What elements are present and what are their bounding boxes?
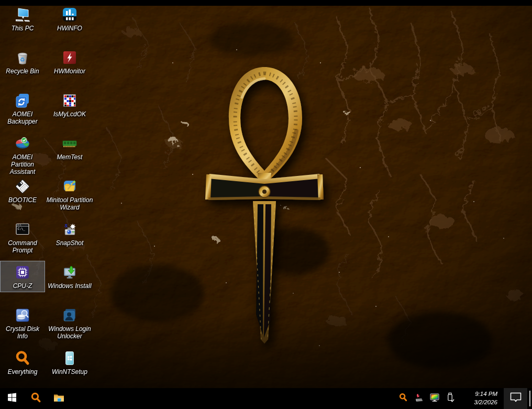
desktop-icon-windows-login-unlocker[interactable]: Windows Login Unlocker xyxy=(45,304,94,347)
system-tray xyxy=(397,388,462,409)
start-button[interactable] xyxy=(0,388,24,409)
taskbar: 9:14 PM 3/2/2026 xyxy=(0,388,532,409)
clock-date: 3/2/2026 xyxy=(474,399,497,407)
svg-text:C:\: C:\ xyxy=(18,224,22,226)
desktop-icon-label: AOMEI Partition Assistant xyxy=(1,154,45,175)
lightning-bolt-icon xyxy=(61,49,79,67)
desktop-icon-memtest[interactable]: MemTest xyxy=(45,132,94,175)
desktop-icon-label: SnapShot xyxy=(56,240,84,247)
desktop-icon-minitool-partition-wizard[interactable]: Minitool Partition Wizard xyxy=(45,175,94,218)
desktop-icon-label: MemTest xyxy=(57,154,83,161)
desktop: This PC ♻ Recycle Bin AOMEI Bac xyxy=(0,0,532,409)
desktop-icon-label: BOOTICE xyxy=(8,197,37,204)
desktop-icon-cpu-z[interactable]: CPU-Z xyxy=(0,261,45,304)
notification-bubble-icon xyxy=(509,392,522,405)
desktop-icon-hwinfo[interactable]: HWiNFO xyxy=(45,3,94,46)
desktop-icon-label: AOMEI Backupper xyxy=(1,111,45,126)
desktop-icon-ismylcdok[interactable]: IsMyLcdOK xyxy=(45,89,94,132)
monitor-download-icon xyxy=(61,263,79,281)
ram-stick-icon xyxy=(61,135,79,152)
disk-pie-icon xyxy=(14,135,31,152)
desktop-icon-label: Minitool Partition Wizard xyxy=(46,197,94,212)
folder-wand-icon xyxy=(61,178,79,195)
desktop-icon-label: HWMonitor xyxy=(54,68,85,75)
disk-magnifier-icon xyxy=(14,306,31,324)
clock-time: 9:14 PM xyxy=(475,390,497,399)
taskbar-everything-button[interactable] xyxy=(24,388,47,409)
cpu-chip-icon xyxy=(14,263,31,281)
taskbar-clock[interactable]: 9:14 PM 3/2/2026 xyxy=(462,388,504,409)
desktop-icon-command-prompt[interactable]: C:\ C:\_ Command Prompt xyxy=(0,218,45,261)
terminal-icon: C:\ C:\_ xyxy=(14,220,31,238)
desktop-icon-this-pc[interactable]: This PC xyxy=(0,3,45,46)
keyboard-flame-icon xyxy=(414,393,424,405)
tray-everything-button[interactable] xyxy=(397,388,409,409)
bar-chart-icon xyxy=(61,6,79,24)
desktop-icon-recycle-bin[interactable]: ♻ Recycle Bin xyxy=(0,46,45,89)
recycle-bin-icon: ♻ xyxy=(14,49,31,67)
file-explorer-icon xyxy=(53,392,65,406)
desktop-icon-windows-install[interactable]: Windows Install xyxy=(45,261,94,304)
windows-start-icon xyxy=(7,393,17,404)
desktop-icon-aomei-backupper[interactable]: AOMEI Backupper xyxy=(0,89,45,132)
monitor-keyboard-icon xyxy=(14,6,31,24)
desktop-icon-crystal-disk-info[interactable]: Crystal Disk Info xyxy=(0,304,45,347)
taskbar-empty-area xyxy=(70,388,397,409)
desktop-icon-label: Recycle Bin xyxy=(6,68,39,75)
action-center-button[interactable] xyxy=(504,388,527,409)
floppy-disk-icon xyxy=(14,178,31,195)
desktop-icon-bootice[interactable]: BOOTICE xyxy=(0,175,45,218)
display-color-icon xyxy=(429,392,440,405)
orange-magnifier-icon xyxy=(14,349,31,367)
desktop-icon-label: Windows Login Unlocker xyxy=(46,326,94,340)
desktop-icon-label: This PC xyxy=(12,25,34,32)
usb-check-icon xyxy=(445,392,456,405)
taskbar-file-explorer-button[interactable] xyxy=(47,388,70,409)
desktop-icon-label: Crystal Disk Info xyxy=(1,326,45,340)
svg-text:S: S xyxy=(64,223,68,228)
desktop-icon-label: Windows Install xyxy=(48,283,91,290)
desktop-icon-grid: This PC ♻ Recycle Bin AOMEI Bac xyxy=(0,3,94,390)
tray-display-color-button[interactable] xyxy=(428,388,441,409)
desktop-icon-aomei-partition-assistant[interactable]: AOMEI Partition Assistant xyxy=(0,132,45,175)
windows-card-icon xyxy=(61,349,79,367)
desktop-icon-label: HWiNFO xyxy=(57,25,82,32)
sync-squares-icon xyxy=(14,92,31,109)
desktop-icon-snapshot[interactable]: S SnapShot xyxy=(45,218,94,261)
desktop-icon-label: IsMyLcdOK xyxy=(53,111,86,118)
orange-magnifier-icon xyxy=(30,392,42,406)
pixel-grid-icon xyxy=(61,92,79,109)
desktop-icon-everything[interactable]: Everything xyxy=(0,347,45,390)
tray-snapshot-button[interactable] xyxy=(413,388,425,409)
show-desktop-divider xyxy=(529,391,530,406)
svg-text:C:\_: C:\_ xyxy=(18,227,26,231)
desktop-icon-label: CPU-Z xyxy=(13,283,32,290)
svg-text:♻: ♻ xyxy=(20,57,25,63)
desktop-icon-label: WinNTSetup xyxy=(52,369,87,376)
tray-usb-eject-button[interactable] xyxy=(444,388,457,409)
show-desktop-button[interactable] xyxy=(527,388,532,409)
desktop-icon-hwmonitor[interactable]: HWMonitor xyxy=(45,46,94,89)
orange-magnifier-icon xyxy=(398,393,408,404)
desktop-icon-label: Everything xyxy=(8,369,38,376)
desktop-icon-label: Command Prompt xyxy=(1,240,45,255)
camera-icon: S xyxy=(61,220,79,238)
desktop-icon-winntsetup[interactable]: WinNTSetup xyxy=(45,347,94,390)
user-silhouette-icon xyxy=(61,306,79,324)
